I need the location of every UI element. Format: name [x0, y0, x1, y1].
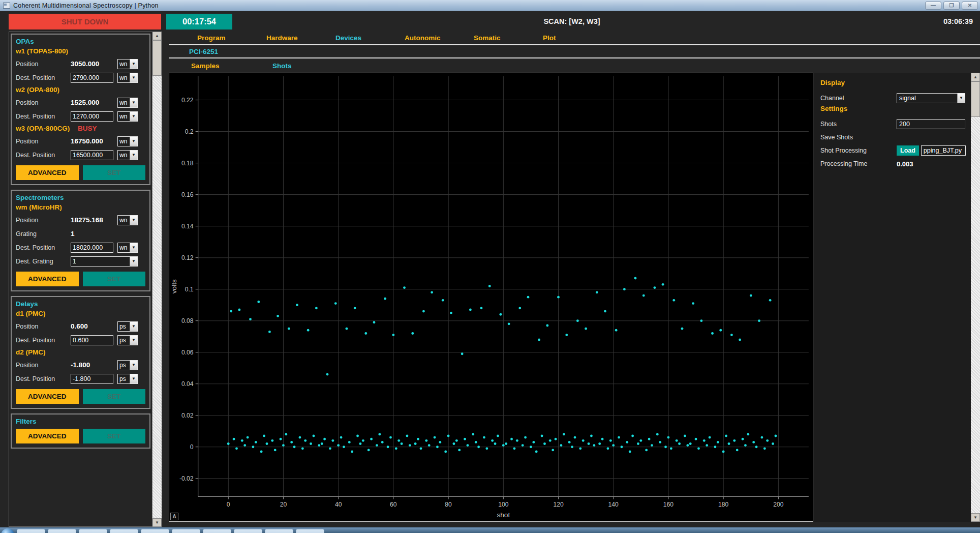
sidebar-scrollbar[interactable]: ▲ ▼ — [152, 32, 162, 527]
panel-scrollbar[interactable]: ▲ ▼ — [971, 73, 980, 522]
taskbar-app-button[interactable] — [234, 529, 262, 533]
svg-text:volts: volts — [170, 279, 178, 293]
group-header-d1: d1 (PMC) — [16, 310, 145, 317]
dest-position-row: Dest. Position wn▼ — [16, 148, 145, 162]
shots-input[interactable] — [897, 119, 965, 129]
scatter-plot-canvas: 020406080100120140160180200-0.0200.020.0… — [169, 73, 813, 521]
scrollbar-thumb[interactable] — [152, 40, 162, 76]
set-button[interactable]: SET — [83, 389, 146, 404]
group-name: d1 (PMC) — [16, 310, 46, 317]
units-value: wn — [118, 152, 130, 159]
grating-row: Grating 1 — [16, 227, 145, 241]
channel-label: Channel — [820, 95, 897, 102]
dest-position-input[interactable] — [71, 374, 113, 384]
taskbar-app-button[interactable] — [79, 529, 107, 533]
units-select[interactable]: wn▼ — [117, 73, 138, 83]
shot-processing-label: Shot Processing — [820, 147, 897, 154]
group-name: wm (MicroHR) — [16, 203, 62, 211]
menu-plot[interactable]: Plot — [514, 34, 584, 42]
menu-devices[interactable]: Devices — [307, 34, 376, 42]
advanced-button[interactable]: ADVANCED — [16, 389, 79, 404]
row-label: Dest. Position — [16, 74, 67, 81]
channel-select[interactable]: signal▼ — [897, 93, 965, 103]
svg-text:0.16: 0.16 — [181, 191, 194, 198]
shutdown-button[interactable]: SHUT DOWN — [9, 14, 161, 29]
tab-shots[interactable]: Shots — [250, 62, 331, 70]
processing-time-value: 0.003 — [897, 160, 967, 168]
load-button[interactable]: Load — [897, 145, 919, 156]
set-button[interactable]: SET — [83, 165, 146, 180]
dest-position-input[interactable] — [71, 243, 113, 253]
chevron-down-icon: ▼ — [130, 73, 137, 82]
units-select[interactable]: ps▼ — [117, 374, 138, 384]
processing-file-input[interactable] — [921, 145, 966, 156]
chevron-down-icon: ▼ — [130, 361, 137, 370]
tab-samples[interactable]: Samples — [169, 62, 250, 70]
scroll-down-icon[interactable]: ▼ — [152, 518, 162, 527]
dest-position-input[interactable] — [71, 335, 113, 345]
minimize-button[interactable]: — — [925, 2, 941, 10]
units-value: wn — [118, 217, 130, 224]
svg-text:-0.02: -0.02 — [179, 475, 194, 482]
row-label: Dest. Position — [16, 152, 67, 159]
dest-grating-value: 1 — [71, 258, 130, 265]
units-value: ps — [118, 337, 130, 344]
scroll-up-icon[interactable]: ▲ — [152, 32, 162, 40]
menu-somatic[interactable]: Somatic — [445, 34, 514, 42]
units-select[interactable]: ps▼ — [117, 321, 138, 332]
scan-status-label: SCAN: [W2, W3] — [508, 17, 635, 25]
dest-position-input[interactable] — [71, 150, 113, 160]
dest-position-row: Dest. Position wn▼ — [16, 109, 145, 123]
scrollbar-thumb[interactable] — [971, 81, 980, 117]
set-button[interactable]: SET — [83, 429, 146, 443]
units-select[interactable]: wn▼ — [117, 59, 138, 69]
units-select[interactable]: wn▼ — [117, 111, 138, 122]
dest-position-input[interactable] — [71, 111, 113, 122]
tab-pci-6251[interactable]: PCI-6251 — [169, 48, 218, 55]
restore-button[interactable]: ❐ — [943, 2, 960, 10]
section-title: Delays — [16, 300, 145, 308]
close-button[interactable]: ✕ — [962, 2, 978, 10]
units-select[interactable]: ps▼ — [117, 335, 138, 345]
start-button[interactable] — [1, 528, 14, 533]
taskbar-app-button[interactable] — [110, 529, 138, 533]
svg-text:0.04: 0.04 — [181, 380, 194, 388]
units-select[interactable]: wn▼ — [117, 243, 138, 253]
units-select[interactable]: wn▼ — [117, 215, 138, 225]
units-select[interactable]: wn▼ — [117, 150, 138, 160]
taskbar-app-button[interactable] — [172, 529, 200, 533]
set-button[interactable]: SET — [83, 272, 146, 286]
svg-text:0.06: 0.06 — [181, 349, 194, 356]
units-select[interactable]: ps▼ — [117, 360, 138, 370]
taskbar-app-button[interactable] — [265, 529, 293, 533]
advanced-button[interactable]: ADVANCED — [16, 272, 79, 286]
svg-text:0.14: 0.14 — [181, 223, 194, 230]
advanced-button[interactable]: ADVANCED — [16, 429, 79, 443]
menu-autonomic[interactable]: Autonomic — [376, 34, 445, 42]
taskbar-app-button[interactable] — [141, 529, 169, 533]
units-select[interactable]: wn▼ — [117, 98, 138, 108]
chevron-down-icon: ▼ — [130, 98, 137, 107]
section-spectrometers: Spectrometers wm (MicroHR) Position 1827… — [11, 190, 150, 291]
chevron-down-icon: ▼ — [957, 94, 965, 103]
dest-grating-select[interactable]: 1▼ — [71, 256, 138, 266]
group-header-w1: w1 (TOPAS-800) — [16, 47, 145, 55]
taskbar-app-button[interactable] — [17, 529, 45, 533]
taskbar-app-button[interactable] — [296, 529, 324, 533]
taskbar-app-button[interactable] — [48, 529, 76, 533]
scroll-down-icon[interactable]: ▼ — [971, 513, 980, 522]
svg-text:0: 0 — [227, 501, 230, 508]
svg-text:0.18: 0.18 — [181, 160, 194, 167]
taskbar-app-button[interactable] — [203, 529, 231, 533]
menu-hardware[interactable]: Hardware — [238, 34, 307, 42]
units-select[interactable]: wn▼ — [117, 136, 138, 146]
scroll-up-icon[interactable]: ▲ — [971, 73, 980, 81]
advanced-button[interactable]: ADVANCED — [16, 165, 79, 180]
chevron-down-icon: ▼ — [130, 216, 137, 225]
svg-text:0.02: 0.02 — [181, 412, 194, 419]
menu-program[interactable]: Program — [169, 34, 238, 42]
row-label: Position — [16, 138, 67, 145]
autorange-button[interactable]: A — [170, 513, 178, 520]
shots-scatter-plot[interactable]: 020406080100120140160180200-0.0200.020.0… — [169, 73, 813, 522]
dest-position-input[interactable] — [71, 73, 113, 83]
